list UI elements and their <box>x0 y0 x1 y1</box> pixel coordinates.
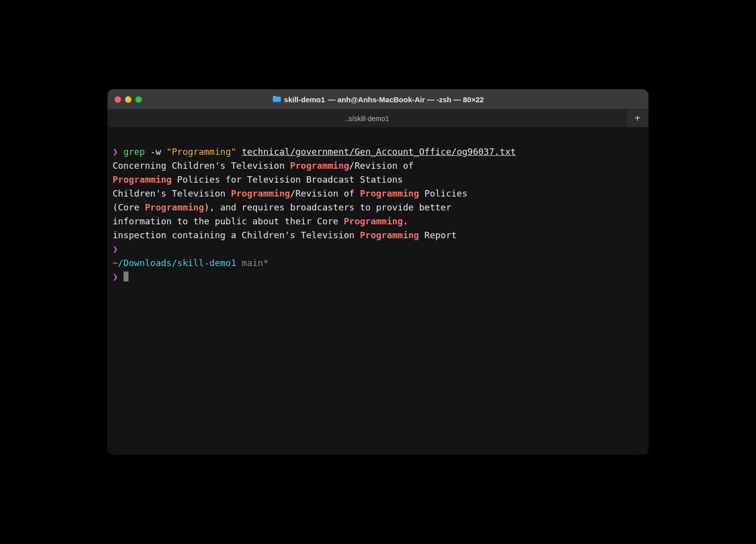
prompt-symbol: ❯ <box>113 272 118 282</box>
grep-match: Programming <box>290 160 349 171</box>
window-title: skill-demo1 — anh@Anhs-MacBook-Air — -zs… <box>108 95 648 104</box>
tab-bar: ..s/skill-demo1 + <box>108 109 648 127</box>
plus-icon: + <box>634 113 640 124</box>
close-icon[interactable] <box>115 96 121 103</box>
title-rest: — anh@Anhs-MacBook-Air — -zsh — 80×22 <box>328 95 484 104</box>
grep-match: Programming <box>344 216 403 226</box>
output-text: (Core <box>113 202 145 212</box>
git-branch: main* <box>236 258 268 268</box>
tab-label: ..s/skill-demo1 <box>345 115 389 123</box>
output-text: inspection containing a Children's Telev… <box>113 230 360 240</box>
new-tab-button[interactable]: + <box>627 110 648 127</box>
command-name: grep <box>124 146 145 157</box>
prompt-symbol: ❯ <box>113 146 118 157</box>
output-text: . <box>403 216 408 226</box>
titlebar[interactable]: skill-demo1 — anh@Anhs-MacBook-Air — -zs… <box>108 89 648 109</box>
output-text: /Revision of <box>290 188 360 199</box>
zoom-icon[interactable] <box>135 96 142 103</box>
prompt-symbol: ❯ <box>113 244 118 254</box>
grep-match: Programming <box>113 174 172 185</box>
output-text: ), and requires broadcasters to provide … <box>204 202 451 212</box>
window-controls <box>115 96 142 103</box>
grep-match: Programming <box>145 202 204 212</box>
output-text: Policies for Television Broadcast Statio… <box>172 174 403 185</box>
terminal-window: skill-demo1 — anh@Anhs-MacBook-Air — -zs… <box>108 89 648 455</box>
cwd-path: ~/Downloads/skill-demo1 <box>113 258 236 268</box>
output-text: Concerning Children's Television <box>113 160 290 171</box>
command-path-arg: technical/government/Gen_Account_Office/… <box>242 146 516 157</box>
grep-match: Programming <box>360 230 419 240</box>
title-folder: skill-demo1 <box>284 95 325 104</box>
output-text: information to the public about their Co… <box>113 216 344 226</box>
cursor <box>124 272 128 281</box>
tab-current[interactable]: ..s/skill-demo1 <box>108 110 627 127</box>
output-text: /Revision of <box>349 160 414 171</box>
command-string-arg: "Programming" <box>166 146 236 157</box>
output-text: Children's Television <box>113 188 231 199</box>
minimize-icon[interactable] <box>125 96 131 103</box>
grep-match: Programming <box>360 188 419 199</box>
terminal-body[interactable]: ❯ grep -w "Programming" technical/govern… <box>108 127 648 455</box>
output-text: Report <box>419 230 457 240</box>
output-text: Policies <box>419 188 468 199</box>
grep-match: Programming <box>231 188 290 199</box>
folder-icon <box>272 95 281 102</box>
command-flag: -w <box>150 146 161 157</box>
